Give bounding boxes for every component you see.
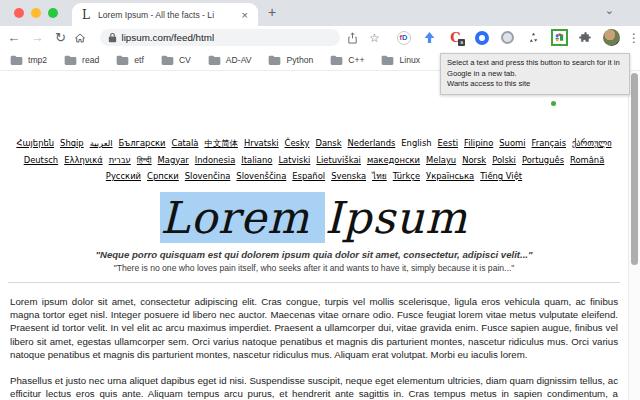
extension-badge: a bbox=[458, 39, 465, 46]
reload-button[interactable]: ↻ bbox=[51, 30, 70, 45]
language-link[interactable]: ქართული bbox=[572, 138, 612, 148]
onepassword-extension-icon[interactable] bbox=[473, 29, 490, 46]
language-link[interactable]: Українська bbox=[426, 171, 474, 181]
language-link[interactable]: Català bbox=[172, 138, 199, 148]
language-link[interactable]: Français bbox=[532, 138, 567, 148]
back-button[interactable]: ← bbox=[4, 30, 23, 45]
language-link[interactable]: 中文简体 bbox=[204, 138, 238, 148]
bookmark-folder[interactable]: CV bbox=[161, 55, 191, 65]
language-current: English bbox=[401, 138, 431, 148]
language-link[interactable]: Latviski bbox=[278, 155, 310, 165]
selected-text: Lorem bbox=[160, 192, 325, 243]
bookmark-label: AD-AV bbox=[226, 55, 252, 65]
zoom-window-button[interactable] bbox=[48, 8, 58, 18]
folder-icon bbox=[208, 55, 221, 65]
share-button[interactable] bbox=[344, 32, 361, 44]
scrollbar[interactable] bbox=[628, 71, 640, 400]
forward-button[interactable]: → bbox=[27, 30, 46, 45]
language-link[interactable]: Filipino bbox=[464, 138, 493, 148]
language-link[interactable]: ไทย bbox=[372, 171, 387, 181]
language-row-3: РусскийСрпскиSlovenčinaSlovenščinaEspaño… bbox=[0, 168, 628, 185]
language-link[interactable]: Shqip bbox=[60, 138, 84, 148]
blue-arrow-extension-icon[interactable] bbox=[421, 29, 438, 46]
new-tab-button[interactable]: + bbox=[268, 4, 276, 20]
home-icon bbox=[74, 32, 86, 44]
language-link[interactable]: Български bbox=[119, 138, 166, 148]
language-link[interactable]: العربية bbox=[90, 138, 113, 148]
bookmark-label: Python bbox=[286, 55, 313, 65]
browser-menu-button[interactable]: ⋮ bbox=[628, 31, 640, 45]
language-link[interactable]: हिन्दी bbox=[137, 155, 152, 165]
page-title: Lorem Ipsum bbox=[0, 192, 628, 243]
extensions-puzzle-icon[interactable] bbox=[577, 29, 594, 46]
tab-close-icon[interactable]: × bbox=[240, 9, 250, 21]
trefoil-extension-icon[interactable] bbox=[525, 29, 542, 46]
red-c-extension-icon[interactable]: C a bbox=[447, 29, 464, 46]
language-link[interactable]: Tiếng Việt bbox=[480, 171, 522, 181]
language-link[interactable]: עברית bbox=[109, 155, 131, 165]
language-link[interactable]: Türkçe bbox=[393, 171, 420, 181]
tooltip-text: Select a text and press this button to s… bbox=[447, 58, 623, 79]
language-link[interactable]: Svenska bbox=[331, 171, 366, 181]
bookmark-folder[interactable]: Python bbox=[268, 55, 313, 65]
close-window-button[interactable] bbox=[14, 8, 24, 18]
folder-icon bbox=[10, 55, 23, 65]
fd-circle-extension-icon[interactable]: fD bbox=[395, 29, 412, 46]
lock-icon bbox=[108, 32, 117, 43]
language-link[interactable]: Norsk bbox=[462, 155, 486, 165]
language-link[interactable]: Slovenščina bbox=[236, 171, 286, 181]
bookmark-folder[interactable]: C++ bbox=[330, 55, 364, 65]
minimize-window-button[interactable] bbox=[31, 8, 41, 18]
home-button[interactable] bbox=[74, 32, 93, 44]
language-link[interactable]: Русский bbox=[106, 171, 141, 181]
bookmark-folder[interactable]: read bbox=[64, 55, 99, 65]
language-link[interactable]: Español bbox=[292, 171, 325, 181]
language-link[interactable]: Italiano bbox=[241, 155, 272, 165]
window-controls bbox=[14, 8, 58, 18]
language-link[interactable]: Polski bbox=[492, 155, 516, 165]
language-link[interactable]: Eesti bbox=[438, 138, 458, 148]
language-link[interactable]: Magyar bbox=[158, 155, 189, 165]
scrollbar-thumb[interactable] bbox=[631, 73, 638, 265]
language-link[interactable]: Dansk bbox=[315, 138, 341, 148]
site-favicon: L bbox=[80, 8, 92, 22]
chevron-down-icon[interactable]: ⌄ bbox=[605, 4, 614, 17]
bookmark-star-button[interactable]: ☆ bbox=[366, 31, 383, 45]
language-link[interactable]: Հայերեն bbox=[16, 138, 54, 148]
google-search-extension-icon[interactable] bbox=[551, 29, 568, 46]
language-link[interactable]: Српски bbox=[147, 171, 179, 181]
language-link[interactable]: Română bbox=[570, 155, 604, 165]
language-link[interactable]: Hrvatski bbox=[244, 138, 279, 148]
bookmark-label: etf bbox=[134, 55, 144, 65]
body-paragraph-1: Lorem ipsum dolor sit amet, consectetur … bbox=[10, 295, 618, 362]
language-link[interactable]: Português bbox=[522, 155, 564, 165]
language-link[interactable]: Lietuviškai bbox=[316, 155, 361, 165]
active-tab[interactable]: L Lorem Ipsum - All the facts - Li × bbox=[72, 3, 258, 26]
bookmark-folder[interactable]: AD-AV bbox=[208, 55, 252, 65]
bookmark-folder[interactable]: tmp2 bbox=[10, 55, 47, 65]
language-link[interactable]: Deutsch bbox=[24, 155, 58, 165]
language-link[interactable]: македонски bbox=[367, 155, 420, 165]
body-paragraph-2: Phasellus et justo nec urna aliquet dapi… bbox=[10, 374, 618, 400]
tab-strip: L Lorem Ipsum - All the facts - Li × + ⌄ bbox=[0, 0, 640, 26]
divider bbox=[8, 282, 620, 283]
bookmark-folder[interactable]: Linux bbox=[381, 55, 420, 65]
language-link[interactable]: Melayu bbox=[426, 155, 456, 165]
language-link[interactable]: Suomi bbox=[499, 138, 525, 148]
folder-icon bbox=[268, 55, 281, 65]
extensions-row: fD C a bbox=[395, 29, 620, 46]
address-bar[interactable]: lipsum.com/feed/html bbox=[100, 29, 341, 46]
latin-quote: "Neque porro quisquam est qui dolorem ip… bbox=[0, 249, 628, 260]
profile-avatar[interactable] bbox=[603, 29, 620, 46]
bookmark-label: CV bbox=[179, 55, 191, 65]
toolbar: ← → ↻ lipsum.com/feed/html ☆ fD bbox=[0, 26, 640, 49]
language-link[interactable]: Nederlands bbox=[348, 138, 396, 148]
bookmark-folder[interactable]: etf bbox=[116, 55, 144, 65]
language-link[interactable]: Indonesia bbox=[195, 155, 236, 165]
gray-circle-extension-icon[interactable] bbox=[499, 29, 516, 46]
language-link[interactable]: Slovenčina bbox=[185, 171, 231, 181]
language-link[interactable]: Česky bbox=[285, 138, 310, 148]
tooltip-subtext: Wants access to this site bbox=[447, 79, 623, 90]
language-link[interactable]: Ελληνικά bbox=[64, 155, 102, 165]
folder-icon bbox=[116, 55, 129, 65]
